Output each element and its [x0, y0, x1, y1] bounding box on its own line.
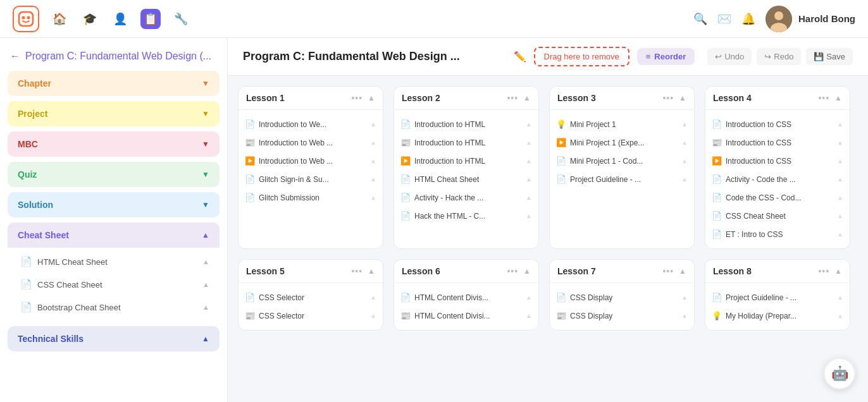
- list-item[interactable]: 📰 CSS Selector ▲: [239, 307, 383, 325]
- list-item[interactable]: ▶️ Introduction to Web ... ▲: [239, 152, 383, 170]
- sidebar-technical-header[interactable]: Technical Skills ▲: [8, 326, 220, 351]
- edit-icon[interactable]: ✏️: [514, 51, 526, 63]
- list-item[interactable]: 📄 CSS Display ▲: [550, 288, 694, 307]
- drag-handle-icon[interactable]: ▲: [526, 312, 532, 319]
- list-item[interactable]: 📄 HTML Cheat Sheet ▲: [394, 170, 538, 188]
- notification-icon[interactable]: 🔔: [741, 12, 755, 26]
- lesson8-more-icon[interactable]: •••: [818, 266, 829, 276]
- drag-handle-icon[interactable]: ▲: [526, 294, 532, 301]
- list-item[interactable]: 📄 Glitch Sign-in & Su... ▲: [239, 170, 383, 188]
- drag-handle-icon[interactable]: ▲: [837, 194, 843, 201]
- drag-handle-icon[interactable]: ▲: [837, 231, 843, 238]
- lesson4-more-icon[interactable]: •••: [818, 93, 829, 103]
- tools-icon[interactable]: 🔧: [171, 9, 191, 29]
- list-item[interactable]: 📄 Project Guideline - ... ▲: [550, 170, 694, 188]
- list-item[interactable]: 📄 Introduction to HTML ▲: [394, 115, 538, 133]
- list-item[interactable]: 📰 Introduction to HTML ▲: [394, 133, 538, 152]
- list-item[interactable]: 📄 Activity - Code the ... ▲: [705, 170, 850, 188]
- sidebar-solution-header[interactable]: Solution ▼: [8, 192, 220, 217]
- drag-handle-icon[interactable]: ▲: [370, 139, 376, 146]
- mail-icon[interactable]: ✉️: [717, 12, 731, 26]
- list-item[interactable]: 📄 Activity - Hack the ... ▲: [394, 188, 538, 207]
- sidebar-chapter-header[interactable]: Chapter ▼: [8, 71, 220, 96]
- list-item[interactable]: 📄 Introduction to We... ▲: [239, 115, 383, 133]
- logo[interactable]: [13, 6, 39, 32]
- lesson6-more-icon[interactable]: •••: [507, 266, 518, 276]
- lesson5-collapse-icon[interactable]: ▲: [368, 267, 375, 276]
- sidebar-item-css-cheatsheet[interactable]: 📄 CSS Cheat Sheet ▲: [8, 273, 220, 296]
- lesson3-more-icon[interactable]: •••: [662, 93, 674, 103]
- list-item[interactable]: 📄 CSS Selector ▲: [239, 288, 383, 307]
- drag-handle-icon[interactable]: ▲: [526, 139, 532, 146]
- lesson7-collapse-icon[interactable]: ▲: [679, 267, 686, 276]
- list-item[interactable]: ▶️ Introduction to CSS ▲: [705, 152, 850, 170]
- drag-handle-icon[interactable]: ▲: [370, 194, 376, 201]
- list-item[interactable]: 📄 Glitch Submission ▲: [239, 188, 383, 207]
- drag-handle-icon[interactable]: ▲: [526, 157, 532, 164]
- undo-btn[interactable]: ↩ Undo: [707, 48, 752, 65]
- drag-handle-icon[interactable]: ▲: [370, 294, 376, 301]
- list-item[interactable]: 📄 Code the CSS - Cod... ▲: [705, 188, 850, 207]
- sidebar-back-btn[interactable]: ← Program C: Fundamental Web Design (...: [0, 46, 227, 71]
- redo-btn[interactable]: ↪ Redo: [757, 48, 801, 65]
- drag-handle-icon[interactable]: ▲: [681, 139, 688, 146]
- drag-handle-icon[interactable]: ▲: [837, 176, 843, 183]
- lesson6-collapse-icon[interactable]: ▲: [523, 267, 531, 276]
- bot-button[interactable]: 🤖: [824, 358, 855, 389]
- courses-icon[interactable]: 🎓: [80, 9, 100, 29]
- search-icon[interactable]: 🔍: [693, 12, 707, 26]
- drag-handle-icon[interactable]: ▲: [837, 121, 843, 128]
- list-item[interactable]: 📰 Introduction to Web ... ▲: [239, 133, 383, 152]
- drag-handle-icon[interactable]: ▲: [370, 121, 376, 128]
- list-item[interactable]: 📄 CSS Cheat Sheet ▲: [705, 207, 850, 225]
- drag-handle-icon[interactable]: ▲: [526, 176, 532, 183]
- profile-icon[interactable]: 👤: [110, 9, 130, 29]
- sidebar-quiz-header[interactable]: Quiz ▼: [8, 162, 220, 187]
- drag-handle-icon[interactable]: ▲: [681, 176, 688, 183]
- drag-handle-icon[interactable]: ▲: [837, 157, 843, 164]
- list-item[interactable]: 📰 CSS Display ▲: [550, 307, 694, 325]
- list-item[interactable]: 📄 Hack the HTML - C... ▲: [394, 207, 538, 225]
- lesson2-more-icon[interactable]: •••: [507, 93, 518, 103]
- curriculum-icon[interactable]: 📋: [140, 9, 161, 29]
- list-item[interactable]: 📄 Introduction to CSS ▲: [705, 115, 850, 133]
- list-item[interactable]: 📰 HTML Content Divisi... ▲: [394, 307, 538, 325]
- sidebar-mbc-header[interactable]: MBC ▼: [8, 131, 220, 157]
- drag-handle-icon[interactable]: ▲: [681, 312, 688, 319]
- home-icon[interactable]: 🏠: [49, 9, 70, 29]
- save-btn[interactable]: 💾 Save: [806, 48, 853, 65]
- lesson8-collapse-icon[interactable]: ▲: [834, 267, 842, 276]
- list-item[interactable]: 💡 Mini Project 1 ▲: [550, 115, 694, 133]
- sidebar-item-html-cheatsheet[interactable]: 📄 HTML Cheat Sheet ▲: [8, 250, 220, 273]
- drag-handle-icon[interactable]: ▲: [681, 157, 688, 164]
- list-item[interactable]: 💡 My Holiday (Prepar... ▲: [705, 307, 850, 325]
- drag-handle-icon[interactable]: ▲: [837, 139, 843, 146]
- lesson7-more-icon[interactable]: •••: [662, 266, 674, 276]
- lesson1-collapse-icon[interactable]: ▲: [368, 94, 375, 102]
- list-item[interactable]: 📰 Introduction to CSS ▲: [705, 133, 850, 152]
- drag-handle-icon[interactable]: ▲: [370, 157, 376, 164]
- drag-handle-icon[interactable]: ▲: [681, 294, 688, 301]
- list-item[interactable]: ▶️ Mini Project 1 (Expe... ▲: [550, 133, 694, 152]
- drag-handle-icon[interactable]: ▲: [837, 312, 843, 319]
- drag-handle-icon[interactable]: ▲: [681, 121, 688, 128]
- list-item[interactable]: 📄 HTML Content Divis... ▲: [394, 288, 538, 307]
- drag-drop-btn[interactable]: Drag here to remove: [534, 47, 629, 66]
- sidebar-project-header[interactable]: Project ▼: [8, 101, 220, 126]
- drag-handle-icon[interactable]: ▲: [370, 312, 376, 319]
- drag-handle-icon[interactable]: ▲: [837, 294, 843, 301]
- drag-handle-icon[interactable]: ▲: [526, 194, 532, 201]
- lesson5-more-icon[interactable]: •••: [351, 266, 363, 276]
- sidebar-cheatsheet-header[interactable]: Cheat Sheet ▲: [8, 222, 220, 248]
- sidebar-item-bootstrap-cheatsheet[interactable]: 📄 Bootstrap Cheat Sheet ▲: [8, 296, 220, 319]
- drag-handle-icon[interactable]: ▲: [837, 212, 843, 219]
- drag-handle-icon[interactable]: ▲: [370, 176, 376, 183]
- list-item[interactable]: ▶️ Introduction to HTML ▲: [394, 152, 538, 170]
- lesson2-collapse-icon[interactable]: ▲: [523, 94, 531, 102]
- drag-handle-icon[interactable]: ▲: [526, 212, 532, 219]
- lesson3-collapse-icon[interactable]: ▲: [679, 94, 686, 102]
- list-item[interactable]: 📄 ET : Intro to CSS ▲: [705, 225, 850, 243]
- list-item[interactable]: 📄 Project Guideline - ... ▲: [705, 288, 850, 307]
- list-item[interactable]: 📄 Mini Project 1 - Cod... ▲: [550, 152, 694, 170]
- reorder-btn[interactable]: ≡ Reorder: [637, 48, 695, 65]
